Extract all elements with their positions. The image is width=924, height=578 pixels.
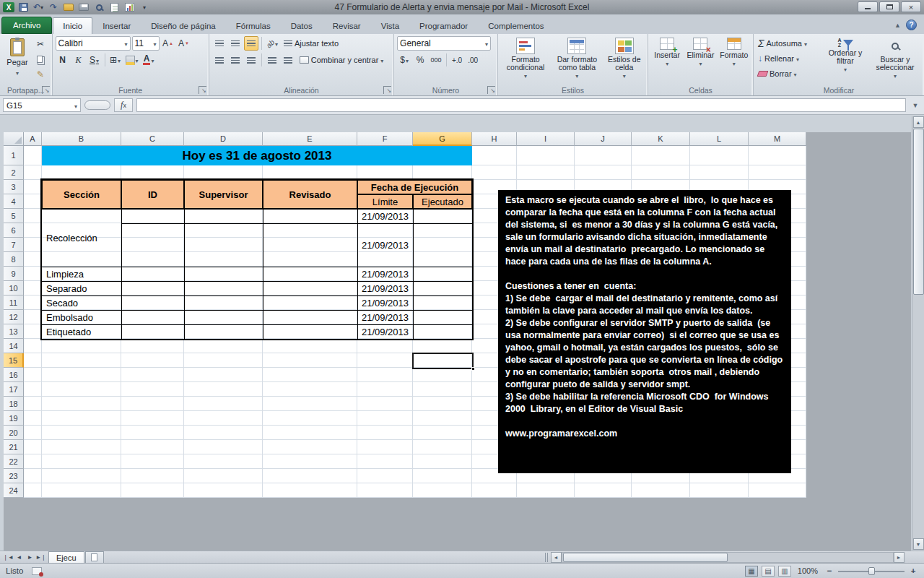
column-header-D[interactable]: D xyxy=(184,132,263,146)
scroll-left-icon[interactable]: ◄ xyxy=(551,552,562,563)
format-as-table-button[interactable]: Dar formato como tabla xyxy=(552,36,602,82)
formula-bar-expand-button[interactable]: ▼ xyxy=(910,98,921,112)
insert-worksheet-tab[interactable] xyxy=(85,551,104,563)
cell-F11-date[interactable]: 21/09/2013 xyxy=(357,296,413,310)
cells-area[interactable]: Hoy es 31 de agosto 2013 Sección ID Supe… xyxy=(24,146,806,498)
ribbon-tab-f-rmulas[interactable]: Fórmulas xyxy=(226,17,281,34)
first-sheet-button[interactable]: ❘◄ xyxy=(3,552,14,563)
row-header-21[interactable]: 21 xyxy=(4,440,24,454)
align-top-button[interactable] xyxy=(212,36,227,51)
macro-info-textbox[interactable]: Esta macro se ejecuta cuando se abre el … xyxy=(498,190,791,473)
align-right-button[interactable] xyxy=(244,53,258,67)
row-header-2[interactable]: 2 xyxy=(4,165,24,180)
column-header-A[interactable]: A xyxy=(24,132,42,146)
row-header-8[interactable]: 8 xyxy=(4,252,24,267)
row-header-5[interactable]: 5 xyxy=(4,209,24,223)
zoom-level[interactable]: 100% xyxy=(798,566,818,575)
cell-separado[interactable]: Separado xyxy=(42,281,121,296)
align-bottom-button[interactable] xyxy=(244,36,258,51)
ribbon-tab-datos[interactable]: Datos xyxy=(281,17,323,34)
worksheet-icon[interactable] xyxy=(108,2,121,13)
name-box[interactable]: G15 xyxy=(3,98,81,112)
column-header-C[interactable]: C xyxy=(121,132,184,146)
ribbon-tab-inicio[interactable]: Inicio xyxy=(53,17,92,34)
column-header-J[interactable]: J xyxy=(575,132,632,146)
cell-header-fecha-ejecucion[interactable]: Fecha de Ejecución xyxy=(357,180,472,194)
fill-color-button[interactable] xyxy=(124,53,140,67)
font-dialog-launcher[interactable]: ↘ xyxy=(199,86,206,94)
formula-input[interactable] xyxy=(136,98,906,112)
row-header-15[interactable]: 15 xyxy=(4,353,24,368)
align-center-button[interactable] xyxy=(228,53,243,67)
row-header-18[interactable]: 18 xyxy=(4,397,24,411)
select-all-corner[interactable] xyxy=(4,132,24,146)
column-header-M[interactable]: M xyxy=(749,132,806,146)
horizontal-scroll-track[interactable] xyxy=(562,552,894,563)
font-color-button[interactable]: A xyxy=(141,53,156,67)
row-header-7[interactable]: 7 xyxy=(4,238,24,252)
ribbon-tab-programador[interactable]: Programador xyxy=(409,17,478,34)
font-size-select[interactable]: 11 xyxy=(132,36,160,51)
zoom-thumb[interactable] xyxy=(868,567,875,575)
close-button[interactable]: × xyxy=(901,1,921,12)
row-header-24[interactable]: 24 xyxy=(4,483,24,498)
scroll-right-icon[interactable]: ► xyxy=(894,552,905,563)
minimize-button[interactable] xyxy=(858,1,878,12)
column-header-B[interactable]: B xyxy=(42,132,121,146)
ribbon-tab-complementos[interactable]: Complementos xyxy=(478,17,554,34)
number-dialog-launcher[interactable]: ↘ xyxy=(487,86,495,94)
cell-F5-date[interactable]: 21/09/2013 xyxy=(357,209,413,223)
column-header-E[interactable]: E xyxy=(263,132,357,146)
number-format-select[interactable]: General xyxy=(397,36,491,51)
column-header-H[interactable]: H xyxy=(472,132,517,146)
cell-F9-date[interactable]: 21/09/2013 xyxy=(357,267,413,281)
row-header-20[interactable]: 20 xyxy=(4,426,24,440)
selected-cell-G15[interactable] xyxy=(412,353,474,369)
clipboard-dialog-launcher[interactable]: ↘ xyxy=(42,86,50,94)
ribbon-tab-revisar[interactable]: Revisar xyxy=(323,17,371,34)
percent-style-button[interactable]: % xyxy=(413,53,427,67)
ribbon-tab-vista[interactable]: Vista xyxy=(371,17,409,34)
page-break-view-button[interactable]: ▥ xyxy=(778,566,791,577)
cut-button[interactable]: ✂ xyxy=(33,37,48,51)
cell-limpieza[interactable]: Limpieza xyxy=(42,267,121,281)
horizontal-scrollbar[interactable]: ◄ ► xyxy=(551,552,905,563)
row-header-12[interactable]: 12 xyxy=(4,310,24,324)
scroll-down-icon[interactable]: ▼ xyxy=(913,538,924,550)
increase-indent-button[interactable] xyxy=(281,53,295,67)
excel-program-icon[interactable]: X xyxy=(3,2,14,12)
comma-style-button[interactable]: 000 xyxy=(429,53,443,67)
cell-header-ejecutado[interactable]: Ejecutado xyxy=(413,194,472,209)
cell-header-id[interactable]: ID xyxy=(121,180,184,209)
help-icon[interactable]: ? xyxy=(906,20,917,30)
zoom-in-button[interactable]: + xyxy=(908,566,918,576)
paste-button[interactable]: Pegar xyxy=(3,36,32,82)
row-header-10[interactable]: 10 xyxy=(4,281,24,296)
column-header-G[interactable]: G xyxy=(413,132,472,146)
last-sheet-button[interactable]: ►❘ xyxy=(35,552,46,563)
delete-cells-button[interactable]: Eliminar xyxy=(684,36,716,82)
tab-splitter[interactable] xyxy=(545,553,549,562)
increase-decimal-button[interactable]: +.0 xyxy=(450,53,464,67)
cell-F6-F8-date[interactable]: 21/09/2013 xyxy=(357,223,413,267)
cell-recoleccion[interactable]: Recolección xyxy=(42,209,121,267)
decrease-indent-button[interactable] xyxy=(265,53,279,67)
wrap-text-button[interactable]: Ajustar texto xyxy=(281,38,341,49)
row-header-1[interactable]: 1 xyxy=(4,146,24,165)
normal-view-button[interactable]: ▦ xyxy=(745,566,758,577)
insert-function-button[interactable]: fx xyxy=(114,98,133,112)
align-left-button[interactable] xyxy=(212,53,227,67)
open-icon[interactable] xyxy=(62,2,75,13)
chart-icon[interactable] xyxy=(123,2,136,13)
redo-icon[interactable]: ↷ xyxy=(47,2,60,13)
find-select-button[interactable]: Buscar y seleccionar xyxy=(869,36,921,82)
fill-button[interactable]: ↓Rellenar xyxy=(757,51,821,65)
shrink-font-button[interactable]: A▼ xyxy=(177,36,191,51)
italic-button[interactable]: K xyxy=(71,53,86,67)
fill-handle[interactable] xyxy=(471,367,475,371)
sheet-tab-ejecu[interactable]: Ejecu xyxy=(48,551,84,563)
cell-embolsado[interactable]: Embolsado xyxy=(42,310,121,324)
row-header-9[interactable]: 9 xyxy=(4,267,24,281)
horizontal-scroll-thumb[interactable] xyxy=(563,553,728,562)
zoom-out-button[interactable]: − xyxy=(824,566,834,576)
